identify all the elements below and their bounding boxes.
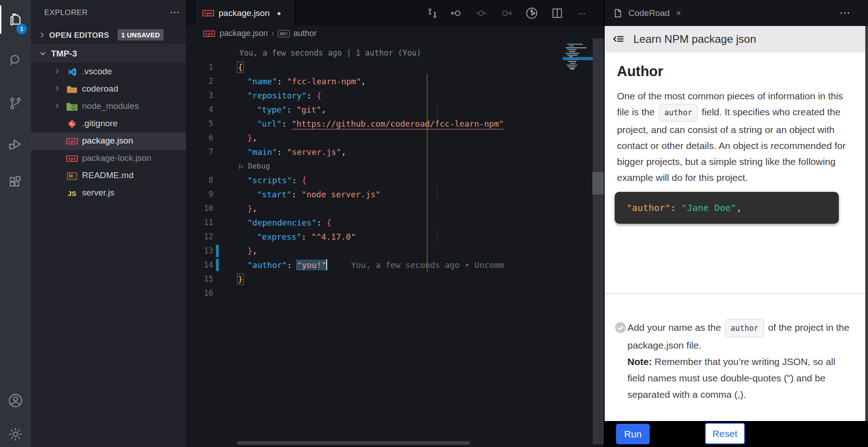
extensions-icon[interactable] [0, 170, 31, 196]
line-number: 1 [186, 60, 213, 74]
code-line-13[interactable]: 13}, [186, 244, 604, 258]
file-name: .vscode [82, 67, 112, 77]
code-token: { [317, 91, 322, 100]
code-line-14[interactable]: 14"author": "you!"You, a few seconds ago… [186, 258, 604, 272]
reset-button[interactable]: Reset [705, 423, 745, 444]
file-tree-item-package-lock-json[interactable]: npmpackage-lock.json [31, 150, 186, 167]
explorer-icon[interactable]: 1 [0, 6, 31, 33]
code-token: : [287, 105, 297, 114]
file-tree-item-readme-md[interactable]: M↓README.md [31, 167, 186, 185]
code-line-8[interactable]: 8"scripts": { [186, 173, 604, 187]
file-name: package-lock.json [82, 153, 151, 163]
vertical-scrollbar[interactable] [593, 38, 605, 444]
lesson-content: Author One of the most common pieces of … [605, 52, 868, 421]
task-check-icon [615, 322, 627, 335]
record-icon[interactable] [474, 6, 488, 21]
code-line-6[interactable]: 6}, [186, 131, 604, 145]
step-back-icon[interactable] [449, 6, 463, 21]
code-line-2[interactable]: 2"name": "fcc-learn-npm", [186, 74, 604, 88]
file-tree-item--gitignore[interactable]: .gitignore [31, 115, 186, 133]
code-token: "name" [247, 77, 277, 86]
code-token: , [341, 147, 346, 157]
run-button[interactable]: Run [616, 424, 650, 444]
panel-tab-label: CodeRoad [628, 8, 670, 18]
close-icon[interactable]: × [676, 8, 681, 18]
line-number: 6 [186, 131, 213, 145]
minimap-line [568, 67, 575, 67]
code-token: "repository" [247, 91, 307, 100]
split-editor-icon[interactable] [550, 6, 565, 21]
search-icon[interactable] [0, 47, 31, 74]
code-line-12[interactable]: 12"express": "^4.17.0" [186, 230, 604, 244]
root-folder-label: TMP-3 [51, 49, 77, 59]
breadcrumb[interactable]: npm package.json › abc author [186, 26, 604, 41]
code-line-5[interactable]: 5"url": "https://github.com/coderoad/fcc… [186, 117, 604, 131]
code-token: : [287, 260, 297, 270]
chevron-down-icon [39, 50, 46, 59]
panel-scrollbar[interactable] [865, 26, 868, 421]
code-token: "url" [257, 119, 282, 128]
code-token: } [238, 274, 243, 284]
breadcrumb-symbol[interactable]: author [293, 29, 317, 38]
editor-group: npm package.json ● [186, 0, 604, 447]
code-line-7[interactable]: 7"main": "server.js", [186, 145, 604, 159]
breadcrumb-file[interactable]: package.json [220, 29, 268, 38]
panel-more-actions-icon[interactable]: ⋯ [839, 6, 851, 19]
debug-alt-icon[interactable] [524, 6, 539, 21]
open-changes-icon[interactable] [425, 6, 440, 21]
open-editors-section[interactable]: OPEN EDITORS 1 UNSAVED [31, 27, 186, 44]
code-line-1[interactable]: 1{ [186, 60, 604, 74]
code-token: { [326, 218, 331, 227]
chevron-right-icon: › [272, 29, 274, 38]
code-token: { [302, 175, 307, 185]
code-editor[interactable]: 1{2"name": "fcc-learn-npm",3"repository"… [186, 60, 604, 300]
codelens-debug[interactable]: ▷ Debug [186, 159, 604, 173]
file-tree-item--vscode[interactable]: .vscode [31, 63, 186, 81]
code-line-16[interactable]: 16 [186, 286, 604, 300]
code-line-3[interactable]: 3"repository": { [186, 88, 604, 103]
svg-text:JS: JS [72, 106, 76, 109]
file-tree-item-node-modules[interactable]: JSnode_modules [31, 98, 186, 115]
minimap-line [567, 49, 576, 50]
tree-root-folder[interactable]: TMP-3 [31, 45, 186, 62]
line-number: 15 [186, 272, 213, 286]
lesson-heading: Author [617, 63, 868, 80]
code-line-4[interactable]: 4"type": "git", [186, 103, 604, 117]
code-token: , [252, 204, 257, 213]
more-actions-icon[interactable]: ⋯ [575, 6, 589, 21]
file-name: .gitignore [82, 118, 118, 128]
code-line-9[interactable]: 9"start": "node server.js" [186, 187, 604, 201]
md-icon: M↓ [66, 170, 78, 181]
code-token: } [247, 133, 252, 143]
run-debug-icon[interactable] [0, 131, 31, 158]
npm-file-icon: npm [203, 31, 215, 37]
code-token: "type" [257, 105, 287, 114]
step-over-icon[interactable] [499, 6, 514, 21]
source-control-icon[interactable] [0, 90, 31, 117]
code-line-11[interactable]: 11"dependencies": { [186, 216, 604, 230]
minimap[interactable] [564, 42, 592, 101]
horizontal-scrollbar[interactable] [237, 441, 470, 445]
account-icon[interactable] [0, 387, 31, 414]
file-tree-item-coderoad[interactable]: coderoad [31, 81, 186, 98]
minimap-line [569, 51, 575, 52]
code-line-15[interactable]: 15} [186, 272, 604, 286]
gutter-modified-indicator [216, 245, 219, 257]
sidebar-more-actions-icon[interactable]: ⋯ [169, 6, 180, 18]
inline-blame-annotation: You, a few seconds ago • Uncomm [327, 260, 504, 270]
code-token: , [361, 77, 366, 86]
code-token: : [317, 218, 327, 227]
scrollbar-widget[interactable] [592, 172, 605, 195]
chevron-right-icon [38, 31, 46, 41]
inline-code-chip: author [725, 319, 764, 337]
file-tree-item-package-json[interactable]: npmpackage.json [31, 133, 186, 150]
settings-gear-icon[interactable] [0, 421, 31, 447]
code-token: "express" [257, 232, 302, 241]
line-number: 4 [186, 103, 213, 117]
back-to-list-icon[interactable] [611, 32, 626, 46]
code-token: , [321, 105, 326, 114]
code-line-10[interactable]: 10}, [186, 201, 604, 216]
tab-coderoad[interactable]: CodeRoad × [605, 0, 681, 26]
line-number: 3 [186, 88, 213, 103]
file-tree-item-server-js[interactable]: JSserver.js [31, 185, 186, 202]
